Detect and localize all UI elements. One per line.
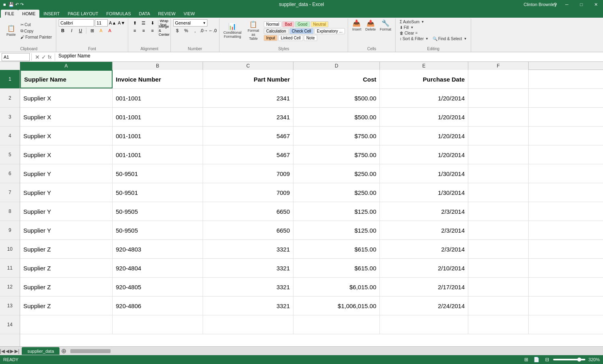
percent-button[interactable]: %	[182, 27, 190, 34]
add-sheet-button[interactable]: ⊕	[60, 348, 67, 355]
fill-button[interactable]: ⬇ Fill ▼	[398, 25, 415, 30]
increase-decimal-button[interactable]: .0→	[200, 27, 208, 34]
row-header-5[interactable]: 5	[0, 145, 20, 164]
minimize-button[interactable]: ─	[560, 0, 574, 9]
cell-D9[interactable]: $125.00	[293, 221, 380, 239]
cell-D8[interactable]: $125.00	[293, 202, 380, 221]
cell-F11[interactable]	[468, 259, 529, 277]
row-header-6[interactable]: 6	[0, 164, 20, 183]
decrease-font-button[interactable]: A▼	[117, 19, 125, 27]
conditional-formatting-button[interactable]: 📊 ConditionalFormatting	[222, 19, 243, 43]
style-check-button[interactable]: Check Cell	[289, 28, 314, 34]
align-middle-button[interactable]: ☰	[139, 19, 148, 27]
cut-button[interactable]: ✂ Cut	[19, 22, 53, 27]
cell-F3[interactable]	[468, 108, 529, 126]
cell-D1[interactable]: Cost	[293, 70, 380, 88]
currency-button[interactable]: $	[173, 27, 181, 34]
cell-F9[interactable]	[468, 221, 529, 239]
cell-F5[interactable]	[468, 145, 529, 164]
tab-page-layout[interactable]: PAGE LAYOUT	[64, 10, 102, 18]
cell-B14[interactable]	[113, 315, 203, 334]
cell-C9[interactable]: 6650	[203, 221, 293, 239]
cell-E1[interactable]: Purchase Date	[380, 70, 468, 88]
clear-button[interactable]: 🗑 Clear =	[398, 31, 419, 36]
tab-formulas[interactable]: FORMULAS	[102, 10, 135, 18]
tab-insert[interactable]: INSERT	[39, 10, 64, 18]
cell-C7[interactable]: 7009	[203, 183, 293, 202]
row-header-13[interactable]: 13	[0, 297, 20, 315]
cell-E12[interactable]: 2/17/2014	[380, 278, 468, 296]
cell-A4[interactable]: Supplier X	[20, 127, 113, 145]
cell-B12[interactable]: 920-4805	[113, 278, 203, 296]
cell-E8[interactable]: 2/3/2014	[380, 202, 468, 221]
number-format-box[interactable]: General ▼	[173, 19, 207, 27]
cancel-formula-icon[interactable]: ✕	[35, 54, 40, 60]
tab-home[interactable]: HOME	[18, 10, 39, 18]
style-linked-button[interactable]: Linked Cell	[278, 35, 303, 41]
cell-C12[interactable]: 3321	[203, 278, 293, 296]
align-center-button[interactable]: ≡	[139, 27, 148, 34]
style-note-button[interactable]: Note	[304, 35, 317, 41]
cell-D2[interactable]: $500.00	[293, 89, 380, 107]
style-bad-button[interactable]: Bad	[282, 21, 294, 27]
cell-E6[interactable]: 1/30/2014	[380, 164, 468, 183]
cell-F14[interactable]	[468, 315, 529, 334]
cell-B11[interactable]: 920-4804	[113, 259, 203, 277]
cell-F6[interactable]	[468, 164, 529, 183]
cell-E14[interactable]	[380, 315, 468, 334]
cell-C3[interactable]: 2341	[203, 108, 293, 126]
cell-D10[interactable]: $615.00	[293, 240, 380, 258]
cell-B1[interactable]: Invoice Number	[113, 70, 203, 88]
font-size-box[interactable]: 11	[95, 19, 108, 27]
cell-E10[interactable]: 2/3/2014	[380, 240, 468, 258]
cell-E3[interactable]: 1/20/2014	[380, 108, 468, 126]
col-header-f[interactable]: F	[468, 62, 529, 70]
horizontal-scrollbar[interactable]	[70, 349, 600, 353]
page-layout-view-button[interactable]: 📄	[532, 356, 541, 363]
cell-C1[interactable]: Part Number	[203, 70, 293, 88]
close-button[interactable]: ✕	[589, 0, 603, 9]
row-header-8[interactable]: 8	[0, 202, 20, 221]
autosum-button[interactable]: Σ AutoSum ▼	[398, 19, 426, 25]
cell-F1[interactable]	[468, 70, 529, 88]
sheet-nav-prev[interactable]: ◀	[6, 348, 9, 354]
cell-A6[interactable]: Supplier Y	[20, 164, 113, 183]
italic-button[interactable]: I	[68, 27, 76, 34]
cell-B10[interactable]: 920-4803	[113, 240, 203, 258]
align-right-button[interactable]: ≡	[148, 27, 156, 34]
comma-button[interactable]: ,	[191, 27, 199, 34]
row-header-9[interactable]: 9	[0, 221, 20, 240]
align-bottom-button[interactable]: ⬇	[148, 19, 156, 27]
cell-B8[interactable]: 50-9505	[113, 202, 203, 221]
cell-A10[interactable]: Supplier Z	[20, 240, 113, 258]
merge-center-button[interactable]: Merge & Center	[160, 27, 168, 34]
cell-E9[interactable]: 2/3/2014	[380, 221, 468, 239]
tab-review[interactable]: REVIEW	[154, 10, 179, 18]
cell-C14[interactable]	[203, 315, 293, 334]
cell-E7[interactable]: 1/30/2014	[380, 183, 468, 202]
fill-color-button[interactable]: A	[97, 27, 105, 34]
row-header-4[interactable]: 4	[0, 127, 20, 145]
cell-A1[interactable]: Supplier Name	[20, 70, 113, 88]
cell-A13[interactable]: Supplier Z	[20, 297, 113, 315]
name-box[interactable]: A1	[2, 53, 30, 61]
row-header-14[interactable]: 14	[0, 315, 20, 334]
cell-A5[interactable]: Supplier X	[20, 145, 113, 164]
row-header-11[interactable]: 11	[0, 259, 20, 278]
style-neutral-button[interactable]: Neutral	[311, 21, 328, 27]
style-normal-button[interactable]: Normal	[264, 21, 281, 27]
confirm-formula-icon[interactable]: ✓	[41, 54, 46, 60]
row-header-3[interactable]: 3	[0, 108, 20, 127]
decrease-decimal-button[interactable]: ←.0	[209, 27, 217, 34]
cell-B3[interactable]: 001-1001	[113, 108, 203, 126]
col-header-c[interactable]: C	[203, 62, 293, 70]
format-painter-button[interactable]: 🖌 Format Painter	[19, 35, 53, 40]
sort-filter-button[interactable]: ↕ Sort & Filter ▼	[398, 36, 430, 41]
find-select-button[interactable]: 🔍 Find & Select ▼	[431, 36, 468, 41]
cell-F10[interactable]	[468, 240, 529, 258]
tab-data[interactable]: DATA	[135, 10, 154, 18]
cell-D12[interactable]: $6,015.00	[293, 278, 380, 296]
font-color-button[interactable]: A	[106, 27, 114, 34]
cell-F2[interactable]	[468, 89, 529, 107]
zoom-slider[interactable]	[553, 359, 585, 360]
